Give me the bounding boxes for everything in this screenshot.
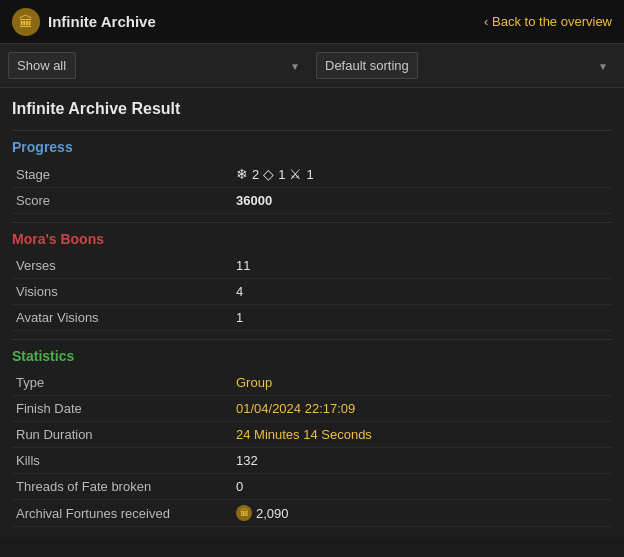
visions-label: Visions: [16, 284, 236, 299]
fortune-icon: 🏛: [236, 505, 252, 521]
app-header: 🏛 Infinite Archive ‹ Back to the overvie…: [0, 0, 624, 44]
sorting-wrapper: Default sorting: [316, 52, 616, 79]
main-content: Infinite Archive Result Progress Stage ❄…: [0, 88, 624, 539]
finish-date-row: Finish Date 01/04/2024 22:17:09: [12, 396, 612, 422]
statistics-section-label: Statistics: [12, 348, 612, 364]
header-left: 🏛 Infinite Archive: [12, 8, 156, 36]
divider-1: [12, 130, 612, 131]
show-all-wrapper: Show all: [8, 52, 308, 79]
avatar-visions-row: Avatar Visions 1: [12, 305, 612, 331]
run-duration-row: Run Duration 24 Minutes 14 Seconds: [12, 422, 612, 448]
stage-value: ❄ 2 ◇ 1 ⚔ 1: [236, 166, 314, 182]
app-icon: 🏛: [12, 8, 40, 36]
type-row: Type Group: [12, 370, 612, 396]
type-value: Group: [236, 375, 272, 390]
sorting-select[interactable]: Default sorting: [316, 52, 418, 79]
threads-row: Threads of Fate broken 0: [12, 474, 612, 500]
finish-date-label: Finish Date: [16, 401, 236, 416]
finish-date-value: 01/04/2024 22:17:09: [236, 401, 355, 416]
kills-row: Kills 132: [12, 448, 612, 474]
run-duration-label: Run Duration: [16, 427, 236, 442]
moras-boons-section-label: Mora's Boons: [12, 231, 612, 247]
fortunes-number: 2,090: [256, 506, 289, 521]
result-title: Infinite Archive Result: [12, 100, 612, 118]
threads-value: 0: [236, 479, 243, 494]
threads-label: Threads of Fate broken: [16, 479, 236, 494]
verses-label: Verses: [16, 258, 236, 273]
verses-row: Verses 11: [12, 253, 612, 279]
score-row: Score 36000: [12, 188, 612, 214]
stage-label: Stage: [16, 167, 236, 182]
stage-val-3: 1: [306, 167, 313, 182]
type-label: Type: [16, 375, 236, 390]
run-duration-value: 24 Minutes 14 Seconds: [236, 427, 372, 442]
avatar-visions-value: 1: [236, 310, 243, 325]
stage-val-2: 1: [278, 167, 285, 182]
stage-row: Stage ❄ 2 ◇ 1 ⚔ 1: [12, 161, 612, 188]
avatar-visions-label: Avatar Visions: [16, 310, 236, 325]
stage-icon-3: ⚔: [289, 166, 302, 182]
fortunes-row: Archival Fortunes received 🏛 2,090: [12, 500, 612, 527]
stage-icon-1: ❄: [236, 166, 248, 182]
score-label: Score: [16, 193, 236, 208]
back-to-overview-link[interactable]: ‹ Back to the overview: [484, 14, 612, 29]
filter-bar: Show all Default sorting: [0, 44, 624, 88]
visions-value: 4: [236, 284, 243, 299]
kills-label: Kills: [16, 453, 236, 468]
verses-value: 11: [236, 258, 250, 273]
app-title: Infinite Archive: [48, 13, 156, 30]
kills-value: 132: [236, 453, 258, 468]
fortunes-label: Archival Fortunes received: [16, 506, 236, 521]
fortunes-value: 🏛 2,090: [236, 505, 289, 521]
visions-row: Visions 4: [12, 279, 612, 305]
divider-3: [12, 339, 612, 340]
show-all-select[interactable]: Show all: [8, 52, 76, 79]
divider-2: [12, 222, 612, 223]
stage-icon-2: ◇: [263, 166, 274, 182]
stage-val-1: 2: [252, 167, 259, 182]
progress-section-label: Progress: [12, 139, 612, 155]
score-value: 36000: [236, 193, 272, 208]
